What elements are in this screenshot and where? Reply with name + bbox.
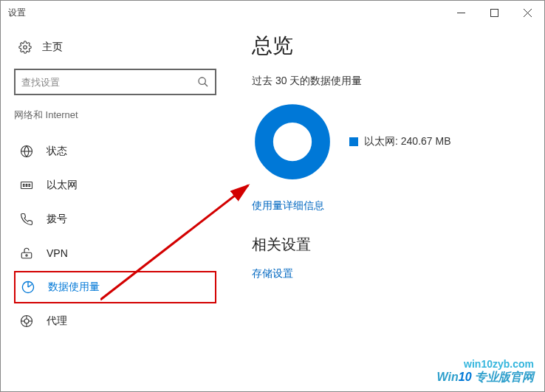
sidebar-item-ethernet[interactable]: 以太网	[14, 169, 216, 202]
sidebar-item-label: VPN	[47, 247, 68, 259]
home-button[interactable]: 主页	[14, 32, 216, 63]
sidebar-item-label: 拨号	[47, 213, 67, 226]
svg-rect-1	[491, 9, 498, 16]
sidebar-item-label: 状态	[47, 145, 67, 158]
search-icon	[197, 76, 209, 88]
svg-line-16	[28, 284, 32, 287]
gear-icon	[18, 41, 32, 54]
svg-point-23	[264, 114, 321, 171]
page-title: 总览	[252, 32, 529, 60]
chart-legend: 以太网: 240.67 MB	[349, 135, 451, 148]
legend-swatch	[349, 137, 358, 146]
globe-icon	[20, 145, 33, 158]
close-button[interactable]	[511, 1, 544, 24]
svg-point-18	[24, 319, 29, 323]
main-panel: 总览 过去 30 天的数据使用量 以太网: 240.67 MB 使用量详细信息 …	[230, 32, 544, 339]
related-settings-heading: 相关设置	[252, 235, 529, 255]
storage-settings-link[interactable]: 存储设置	[252, 267, 293, 281]
svg-rect-12	[29, 185, 30, 187]
usage-details-link[interactable]: 使用量详细信息	[252, 199, 324, 213]
search-input[interactable]	[21, 77, 197, 88]
window-title: 设置	[8, 7, 26, 19]
svg-rect-10	[24, 185, 25, 187]
svg-point-14	[26, 255, 27, 256]
sidebar-item-vpn[interactable]: VPN	[14, 237, 216, 269]
watermark-url: win10zyb.com	[437, 358, 534, 370]
maximize-button[interactable]	[478, 1, 511, 24]
sidebar-item-label: 数据使用量	[48, 281, 100, 294]
page-subtitle: 过去 30 天的数据使用量	[252, 75, 529, 88]
legend-label: 以太网: 240.67 MB	[364, 135, 451, 148]
sidebar: 主页 网络和 Internet 状态 以太网 拨号 VPN	[1, 32, 230, 339]
watermark: win10zyb.com Win10 专业版官网	[437, 358, 534, 385]
sidebar-item-label: 代理	[47, 314, 67, 328]
svg-rect-11	[26, 185, 27, 187]
svg-rect-9	[21, 182, 32, 189]
category-label: 网络和 Internet	[14, 109, 216, 122]
search-box[interactable]	[14, 69, 216, 95]
home-label: 主页	[42, 41, 63, 54]
svg-line-6	[205, 83, 208, 86]
ethernet-icon	[20, 179, 33, 192]
watermark-brand: Win10 专业版官网	[437, 370, 534, 385]
sidebar-item-data-usage[interactable]: 数据使用量	[14, 271, 216, 303]
data-usage-icon	[21, 281, 35, 294]
svg-rect-13	[21, 252, 32, 258]
svg-point-4	[24, 46, 27, 49]
vpn-icon	[20, 247, 33, 260]
proxy-icon	[20, 314, 33, 328]
minimize-button[interactable]	[445, 1, 478, 24]
phone-icon	[20, 213, 33, 226]
data-usage-donut-chart	[252, 101, 333, 182]
sidebar-item-proxy[interactable]: 代理	[14, 305, 216, 337]
svg-point-5	[199, 78, 205, 84]
sidebar-item-label: 以太网	[47, 179, 78, 192]
sidebar-item-dialup[interactable]: 拨号	[14, 203, 216, 235]
sidebar-item-status[interactable]: 状态	[14, 135, 216, 168]
